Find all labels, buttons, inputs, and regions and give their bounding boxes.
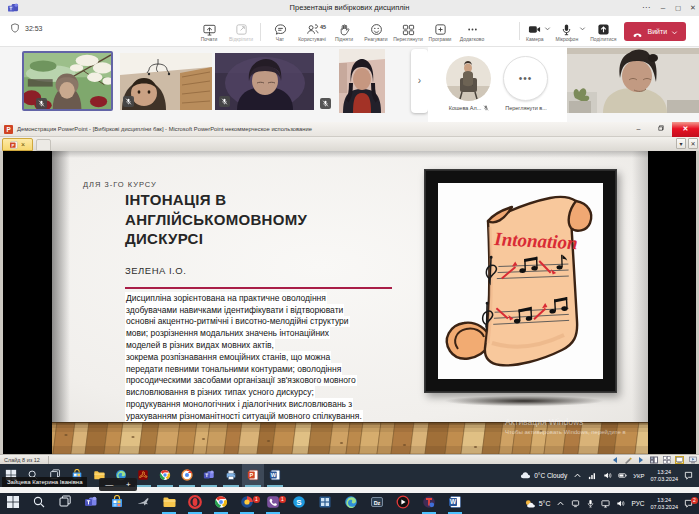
language-indicator[interactable]: РУС — [628, 493, 647, 514]
taskbar-app-opera[interactable] — [182, 493, 208, 514]
camera-icon — [528, 22, 541, 35]
taskbar-app-teams-app[interactable] — [78, 493, 104, 514]
language-indicator[interactable]: УКР — [630, 464, 647, 487]
ppt-window-title: Демонстрация PowerPoint - [Вибіркові дис… — [17, 122, 312, 137]
window-more-button[interactable]: ⋯ — [638, 0, 654, 16]
next-slide-button[interactable] — [636, 456, 645, 464]
skype-icon: S — [292, 495, 306, 513]
slide-sorter-view-button[interactable] — [662, 456, 671, 464]
toolbar-button-people[interactable]: 45 Користувачі — [296, 22, 328, 42]
leave-chevron-icon[interactable] — [671, 29, 678, 36]
taskbar-app-grid-app[interactable] — [312, 493, 338, 514]
zoom-in-button[interactable]: + — [126, 481, 131, 489]
hidden-icons-chevron[interactable] — [553, 493, 568, 514]
video-tile-participant-2[interactable] — [120, 53, 212, 110]
panel-close-button[interactable]: ✕ — [688, 138, 698, 149]
taskbar-app-task-view[interactable] — [52, 493, 78, 514]
prev-slide-button[interactable] — [610, 456, 619, 464]
taskbar-clock[interactable]: 13:24 07.03.2024 — [647, 493, 681, 514]
taskbar-app-mail-ru[interactable]: 1 — [234, 493, 260, 514]
slideshow-view-button[interactable] — [688, 456, 697, 464]
camera-chevron-icon[interactable] — [544, 25, 551, 32]
taskbar-app-printer[interactable] — [220, 464, 242, 487]
taskbar-app-store[interactable] — [104, 493, 130, 514]
toolbar-button-raise-hand[interactable]: Підняти — [328, 22, 360, 42]
reading-view-button[interactable] — [675, 456, 684, 464]
slideshow-area: ДЛЯ 3-ГО КУРСУ ІНТОНАЦІЯ В АНГЛІЙСЬКОМОВ… — [0, 151, 699, 476]
teams-app-icon — [203, 467, 215, 485]
filmstrip-next-button[interactable]: › — [411, 49, 428, 113]
toolbar-button-chat[interactable]: Чат — [264, 22, 296, 42]
device-icon[interactable] — [568, 493, 583, 514]
window-close-button[interactable]: ✕ — [685, 0, 699, 16]
normal-view-button[interactable] — [649, 456, 658, 464]
display-icon[interactable] — [598, 493, 613, 514]
taskbar-app-tor[interactable] — [416, 493, 442, 514]
taskbar-app-search[interactable] — [26, 493, 52, 514]
camera-button[interactable]: Камера — [526, 22, 551, 42]
volume-icon[interactable] — [600, 464, 615, 487]
taskbar-app-chrome[interactable] — [154, 464, 176, 487]
taskbar-app-file-explorer[interactable] — [156, 493, 182, 514]
ppt-document-tab[interactable]: P × — [2, 138, 33, 151]
shared-taskbar-tray: 0°C Cloudy УКР 13:24 07.03.2024 — [517, 464, 699, 487]
weather-widget[interactable]: 0°C Cloudy — [517, 464, 570, 487]
taskbar-app-word[interactable]: W — [442, 493, 468, 514]
taskbar-clock[interactable]: 13:24 07.03.2024 — [647, 464, 681, 487]
taskbar-app-dz-app[interactable]: Dz — [364, 493, 390, 514]
taskbar-app-play-circle[interactable] — [390, 493, 416, 514]
participant-avatar[interactable] — [446, 56, 491, 101]
taskbar-app-teams-app[interactable] — [198, 464, 220, 487]
network-icon[interactable] — [585, 464, 600, 487]
toolbar-button-present[interactable]: Почати — [193, 22, 225, 42]
local-taskbar-tray: 5°C РУС 13:24 07.03.2024 2 — [521, 493, 699, 514]
body-line: зокрема розпізнавання емоційних станів, … — [125, 351, 331, 363]
leave-button[interactable]: Вийти — [624, 22, 686, 41]
ppt-tab-stub[interactable] — [36, 139, 51, 151]
word-icon: W — [269, 467, 281, 485]
hidden-icons-chevron[interactable] — [570, 464, 585, 487]
pen-menu-button[interactable] — [623, 456, 632, 464]
window-minimize-button[interactable]: – — [655, 0, 671, 16]
doctab-close-icon[interactable]: × — [21, 141, 25, 148]
mic-tray-icon[interactable] — [583, 493, 598, 514]
video-tile-participant-3[interactable] — [215, 53, 314, 110]
video-tile-participant-4[interactable] — [339, 49, 385, 113]
notification-icon[interactable]: 2 — [681, 493, 699, 514]
zoom-out-button[interactable]: — — [105, 481, 113, 489]
meeting-timer: 32:53 — [10, 23, 43, 33]
ppt-close-button[interactable]: ✕ — [672, 122, 699, 137]
mic-icon — [560, 22, 573, 35]
taskbar-app-word[interactable]: W — [264, 464, 286, 487]
taskbar-app-skype[interactable]: S — [286, 493, 312, 514]
action-center-icon[interactable] — [681, 464, 699, 487]
presenter-video[interactable] — [567, 48, 699, 113]
taskbar-app-viber[interactable]: 1 — [260, 493, 286, 514]
ppt-restore-button[interactable] — [650, 122, 671, 137]
volume-icon[interactable] — [613, 493, 628, 514]
overflow-avatar-button[interactable]: ••• — [503, 56, 548, 101]
taskbar-app-chrome[interactable] — [208, 493, 234, 514]
taskbar-app-jet[interactable] — [130, 493, 156, 514]
window-restore-button[interactable]: ▢ — [670, 0, 686, 16]
taskbar-app-chrome-alt[interactable] — [176, 464, 198, 487]
taskbar-app-powerpoint[interactable]: P — [242, 464, 264, 487]
toolbar-button-gallery[interactable]: Переглянути — [392, 22, 424, 42]
toolbar-button-more-dots[interactable]: Додатково — [456, 22, 488, 42]
toolbar-button-unpin[interactable]: Відкріпити — [225, 22, 257, 42]
taskbar-app-win-start[interactable] — [0, 493, 26, 514]
intonation-scroll-art: Intonation — [438, 183, 605, 381]
battery-icon[interactable] — [615, 464, 630, 487]
mic-button[interactable]: Мікрофон — [555, 22, 586, 42]
toolbar-button-apps[interactable]: Програми — [424, 22, 456, 42]
toolbar-device-group: Камера Мікрофон Поділитися Вийти — [524, 17, 686, 46]
slide[interactable]: ДЛЯ 3-ГО КУРСУ ІНТОНАЦІЯ В АНГЛІЙСЬКОМОВ… — [52, 151, 648, 454]
share-button[interactable]: Поділитися — [590, 22, 616, 42]
ppt-minimize-button[interactable]: – — [628, 122, 649, 137]
panel-collapse-button[interactable]: ▾ — [676, 138, 686, 149]
taskbar-app-edge[interactable] — [338, 493, 364, 514]
weather-widget[interactable]: 5°C — [521, 493, 554, 514]
video-tile-participant-1[interactable] — [22, 51, 113, 111]
mic-chevron-icon[interactable] — [579, 25, 586, 32]
toolbar-button-react[interactable]: Реагувати — [360, 22, 392, 42]
